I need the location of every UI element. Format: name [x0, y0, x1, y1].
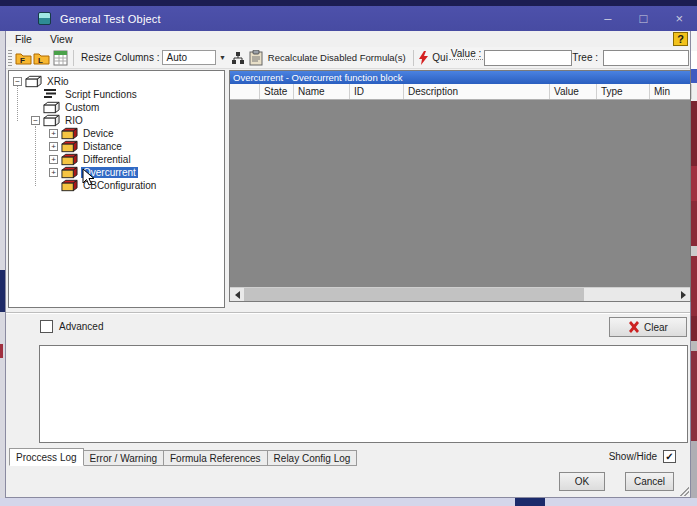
tree-item-distance[interactable]: + Distance: [9, 140, 224, 153]
quick-label-fragment: Qui: [432, 52, 448, 63]
expand-icon[interactable]: +: [49, 142, 58, 151]
cube-white-icon: [25, 75, 42, 88]
function-block-detail-panel: Overcurrent - Overcurrent function block…: [229, 70, 691, 302]
scroll-left-icon[interactable]: [230, 288, 244, 301]
menu-bar: File View ?: [6, 31, 690, 47]
resize-grip[interactable]: [679, 486, 689, 496]
resize-columns-value[interactable]: Auto: [162, 50, 216, 65]
show-hide-row: Show/Hide ✓: [609, 450, 676, 463]
clear-button[interactable]: Clear: [609, 317, 687, 337]
column-header-min[interactable]: Min: [650, 84, 692, 99]
detail-table-header: StateNameIDDescriptionValueTypeMin: [230, 84, 690, 100]
maximize-button[interactable]: □: [640, 6, 648, 31]
tree-item-label[interactable]: Custom: [63, 102, 101, 113]
red-x-icon: [628, 321, 640, 333]
collapse-icon[interactable]: −: [13, 77, 22, 86]
toolbar-separator: [413, 50, 414, 66]
chevron-down-icon[interactable]: ▼: [216, 50, 228, 65]
resize-columns-label: Resize Columns :: [81, 52, 159, 63]
scrollbar-track[interactable]: [584, 288, 676, 301]
resize-columns-combo[interactable]: Auto ▼: [162, 50, 228, 65]
column-header-type[interactable]: Type: [597, 84, 650, 99]
horizontal-scrollbar[interactable]: [230, 287, 690, 301]
tree-field-label: Tree :: [572, 52, 598, 63]
mouse-cursor: [82, 168, 95, 187]
column-header-blank[interactable]: [230, 84, 260, 99]
cube-red-icon: [61, 140, 78, 153]
advanced-label: Advanced: [59, 321, 103, 332]
ok-button[interactable]: OK: [559, 472, 605, 491]
clear-button-label: Clear: [644, 322, 668, 333]
collapse-icon[interactable]: −: [31, 116, 40, 125]
cancel-button[interactable]: Cancel: [625, 472, 674, 491]
advanced-row: Advanced Clear: [6, 316, 690, 342]
tree-item-xrio[interactable]: − XRio: [9, 75, 224, 88]
tree-item-label[interactable]: Script Functions: [63, 89, 139, 100]
folder-f-icon[interactable]: F: [15, 49, 33, 67]
cube-red-icon: [61, 166, 78, 179]
column-header-id[interactable]: ID: [350, 84, 404, 99]
close-button[interactable]: ×: [675, 6, 683, 31]
show-hide-checkbox[interactable]: ✓: [663, 450, 676, 463]
spreadsheet-icon[interactable]: [51, 49, 69, 67]
background-left-red-fragment: [0, 344, 3, 358]
folder-l-icon[interactable]: L: [33, 49, 51, 67]
menu-file[interactable]: File: [6, 32, 41, 46]
toolbar-separator: [73, 50, 74, 66]
expand-icon[interactable]: +: [49, 168, 58, 177]
cube-white-icon: [43, 114, 60, 127]
tree-item-script-functions[interactable]: Script Functions: [9, 88, 224, 101]
detail-table-body: [230, 100, 690, 287]
column-header-name[interactable]: Name: [294, 84, 350, 99]
background-bottom-strip: [0, 498, 697, 506]
value-input[interactable]: [484, 50, 572, 66]
background-bottom-window-fragment: [515, 497, 545, 506]
svg-text:F: F: [20, 56, 25, 65]
cube-red-icon: [61, 127, 78, 140]
tree-item-cbconfiguration[interactable]: CBConfiguration: [9, 179, 224, 192]
section-divider: [6, 312, 690, 314]
tree-item-label[interactable]: Distance: [81, 141, 124, 152]
lightning-bolt-icon[interactable]: [418, 49, 431, 67]
scrollbar-thumb[interactable]: [244, 288, 584, 301]
tree-item-label[interactable]: XRio: [45, 76, 71, 87]
app-icon: [38, 12, 51, 25]
title-bar[interactable]: General Test Object – □ ×: [0, 6, 697, 31]
expand-icon[interactable]: +: [49, 129, 58, 138]
process-log-output-area[interactable]: [39, 345, 688, 443]
tab-error-warning[interactable]: Error / Warning: [84, 450, 164, 466]
tree-item-overcurrent[interactable]: + Overcurrent: [9, 166, 224, 179]
menu-view[interactable]: View: [41, 32, 82, 46]
tab-relay-config-log[interactable]: Relay Config Log: [268, 450, 358, 466]
cube-red-icon: [61, 153, 78, 166]
clipboard-icon[interactable]: [247, 49, 265, 67]
toolbar-grip[interactable]: [8, 50, 12, 66]
column-header-state[interactable]: State: [260, 84, 294, 99]
tree-structure-icon[interactable]: [228, 49, 246, 67]
tree-item-differential[interactable]: + Differential: [9, 153, 224, 166]
recalculate-disabled-formulas-button[interactable]: Recalculate Disabled Formula(s): [268, 52, 406, 63]
scroll-right-icon[interactable]: [676, 288, 690, 301]
column-header-value[interactable]: Value: [550, 84, 597, 99]
general-test-object-dialog: File View ? F L: [5, 31, 691, 498]
tree-item-rio[interactable]: − RIO: [9, 114, 224, 127]
advanced-checkbox[interactable]: [40, 320, 53, 333]
value-label: Value :: [449, 48, 483, 60]
minimize-button[interactable]: –: [604, 6, 611, 31]
help-button[interactable]: ?: [673, 32, 688, 46]
tree-item-label[interactable]: RIO: [63, 115, 85, 126]
tab-formula-references[interactable]: Formula References: [164, 450, 268, 466]
tree-item-label[interactable]: Differential: [81, 154, 133, 165]
svg-text:L: L: [38, 56, 43, 65]
tree-item-custom[interactable]: Custom: [9, 101, 224, 114]
tree-item-device[interactable]: + Device: [9, 127, 224, 140]
cube-red-icon: [61, 179, 78, 192]
xrio-tree-panel[interactable]: − XRio Script Functions Custom− RIO+ Dev…: [8, 70, 225, 308]
expand-icon[interactable]: +: [49, 155, 58, 164]
tree-item-label[interactable]: Device: [81, 128, 116, 139]
tree-input[interactable]: [603, 50, 689, 66]
show-hide-label: Show/Hide: [609, 451, 657, 462]
log-tabs: Proccess LogError / WarningFormula Refer…: [9, 448, 357, 466]
tab-proccess-log[interactable]: Proccess Log: [9, 448, 84, 466]
column-header-description[interactable]: Description: [404, 84, 550, 99]
